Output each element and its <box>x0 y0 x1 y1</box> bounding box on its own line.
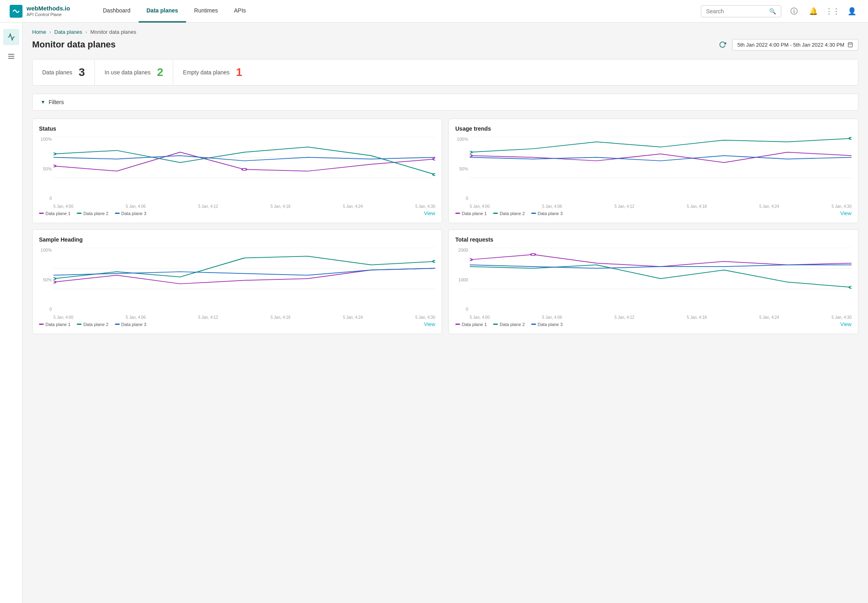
filters-chevron-icon: ▼ <box>41 99 45 105</box>
usage-chart-footer: Data plane 1 Data plane 2 Data plane 3 V… <box>455 210 852 216</box>
layout: Home › Data planes › Monitor data planes… <box>0 23 868 603</box>
header: webMethods.io API Control Plane Dashboar… <box>0 0 868 23</box>
notifications-icon[interactable]: 🔔 <box>807 5 820 18</box>
total-chart-area <box>470 248 852 312</box>
stats-row: Data planes 3 In use data planes 2 Empty… <box>32 59 858 86</box>
date-range-text: 5th Jan 2022 4:00 PM - 5th Jan 2022 4:30… <box>737 42 844 48</box>
svg-point-26 <box>433 260 435 263</box>
usage-y-2: 0 <box>455 196 468 201</box>
refresh-button[interactable] <box>716 38 729 51</box>
logo-area: webMethods.io API Control Plane <box>10 5 82 18</box>
nav-runtimes[interactable]: Runtimes <box>186 0 226 23</box>
status-view-link[interactable]: View <box>424 210 435 216</box>
svg-point-19 <box>470 155 472 157</box>
chart-total-title: Total requests <box>455 236 852 243</box>
date-range-picker[interactable]: 5th Jan 2022 4:00 PM - 5th Jan 2022 4:30… <box>732 39 858 51</box>
total-y-2: 0 <box>455 307 468 312</box>
app-subtitle: API Control Plane <box>27 12 70 17</box>
legend-label-dp1: Data plane 1 <box>45 211 70 216</box>
sample-dot-3 <box>115 324 120 325</box>
total-legend: Data plane 1 Data plane 2 Data plane 3 <box>455 322 563 327</box>
sidebar-item-list[interactable] <box>3 48 19 64</box>
svg-point-25 <box>53 281 56 283</box>
sample-y-1: 50% <box>39 277 52 282</box>
sample-x-labels: 5 Jan, 4:00 5 Jan, 4:06 5 Jan, 4:12 5 Ja… <box>53 315 435 320</box>
total-chart-footer: Data plane 1 Data plane 2 Data plane 3 V… <box>455 321 852 327</box>
sample-view-link[interactable]: View <box>424 321 435 327</box>
app-title: webMethods.io <box>27 5 70 12</box>
stat-value-0: 3 <box>79 66 85 79</box>
legend-label-dp3: Data plane 3 <box>121 211 146 216</box>
logo-icon <box>10 5 23 18</box>
sample-y-2: 0 <box>39 307 52 312</box>
nav-dashboard[interactable]: Dashboard <box>95 0 139 23</box>
sidebar-item-monitor[interactable] <box>3 29 19 45</box>
status-y-label-0: 100% <box>39 137 52 142</box>
chart-sample: Sample Heading 100% 50% 0 <box>32 230 442 334</box>
sample-chart-area <box>53 248 435 312</box>
stat-value-2: 1 <box>236 66 242 79</box>
legend-label-dp2: Data plane 2 <box>83 211 108 216</box>
main-nav: Dashboard Data planes Runtimes APIs <box>95 0 688 23</box>
logo-text: webMethods.io API Control Plane <box>27 5 70 17</box>
usage-view-link[interactable]: View <box>840 210 852 216</box>
chart-status-title: Status <box>39 125 435 132</box>
charts-grid: Status 100% 50% 0 <box>32 119 858 334</box>
usage-y-1: 50% <box>455 166 468 171</box>
usage-x-labels: 5 Jan, 4:00 5 Jan, 4:06 5 Jan, 4:12 5 Ja… <box>470 204 852 209</box>
date-range-area: 5th Jan 2022 4:00 PM - 5th Jan 2022 4:30… <box>716 38 858 51</box>
breadcrumb-sep-1: › <box>49 29 51 35</box>
search-input[interactable] <box>706 8 766 14</box>
nav-data-planes[interactable]: Data planes <box>139 0 186 23</box>
filters-label: Filters <box>49 99 64 105</box>
stat-data-planes: Data planes 3 <box>33 59 95 85</box>
svg-rect-3 <box>848 43 853 47</box>
search-icon: 🔍 <box>769 8 776 14</box>
total-dot-2 <box>493 324 498 325</box>
header-right: 🔍 ⓘ 🔔 ⋮⋮ 👤 <box>701 5 858 18</box>
search-box[interactable]: 🔍 <box>701 5 781 17</box>
status-chart-area <box>53 137 435 201</box>
stat-value-1: 2 <box>157 66 164 79</box>
breadcrumb-section[interactable]: Data planes <box>54 29 82 35</box>
stat-in-use: In use data planes 2 <box>95 59 173 85</box>
svg-point-10 <box>53 165 56 167</box>
chart-usage-title: Usage trends <box>455 125 852 132</box>
sample-chart-footer: Data plane 1 Data plane 2 Data plane 3 V… <box>39 321 435 327</box>
usage-legend: Data plane 1 Data plane 2 Data plane 3 <box>455 211 563 216</box>
filters-toggle[interactable]: ▼ Filters <box>41 99 850 105</box>
status-x-labels: 5 Jan, 4:00 5 Jan, 4:06 5 Jan, 4:12 5 Ja… <box>53 204 435 209</box>
stat-label-1: In use data planes <box>104 69 150 76</box>
sample-dot-2 <box>77 324 82 325</box>
svg-point-14 <box>433 174 435 176</box>
stat-empty: Empty data planes 1 <box>173 59 252 85</box>
status-y-label-2: 0 <box>39 196 52 201</box>
status-chart-footer: Data plane 1 Data plane 2 Data plane 3 V… <box>39 210 435 216</box>
usage-y-0: 100% <box>455 137 468 142</box>
legend-dp1: Data plane 1 <box>39 211 70 216</box>
usage-chart-area <box>470 137 852 201</box>
help-icon[interactable]: ⓘ <box>788 5 800 18</box>
total-x-labels: 5 Jan, 4:00 5 Jan, 4:06 5 Jan, 4:12 5 Ja… <box>470 315 852 320</box>
breadcrumb: Home › Data planes › Monitor data planes <box>32 29 858 35</box>
svg-point-30 <box>470 258 472 260</box>
legend-dp3: Data plane 3 <box>115 211 146 216</box>
total-view-link[interactable]: View <box>840 321 852 327</box>
apps-icon[interactable]: ⋮⋮ <box>826 5 839 18</box>
usage-dot-1 <box>455 213 460 214</box>
breadcrumb-sep-2: › <box>85 29 87 35</box>
chart-total: Total requests 2000 1000 0 <box>448 230 858 334</box>
stat-label-2: Empty data planes <box>183 69 229 76</box>
legend-dot-dp2 <box>77 213 82 214</box>
user-icon[interactable]: 👤 <box>845 5 858 18</box>
main-content: Home › Data planes › Monitor data planes… <box>23 23 868 603</box>
svg-point-18 <box>470 151 472 153</box>
stat-label-0: Data planes <box>42 69 72 76</box>
usage-dot-3 <box>531 213 536 214</box>
sample-dot-1 <box>39 324 44 325</box>
legend-dot-dp1 <box>39 213 44 214</box>
legend-dot-dp3 <box>115 213 120 214</box>
breadcrumb-home[interactable]: Home <box>32 29 46 35</box>
nav-apis[interactable]: APIs <box>226 0 254 23</box>
sample-legend: Data plane 1 Data plane 2 Data plane 3 <box>39 322 146 327</box>
